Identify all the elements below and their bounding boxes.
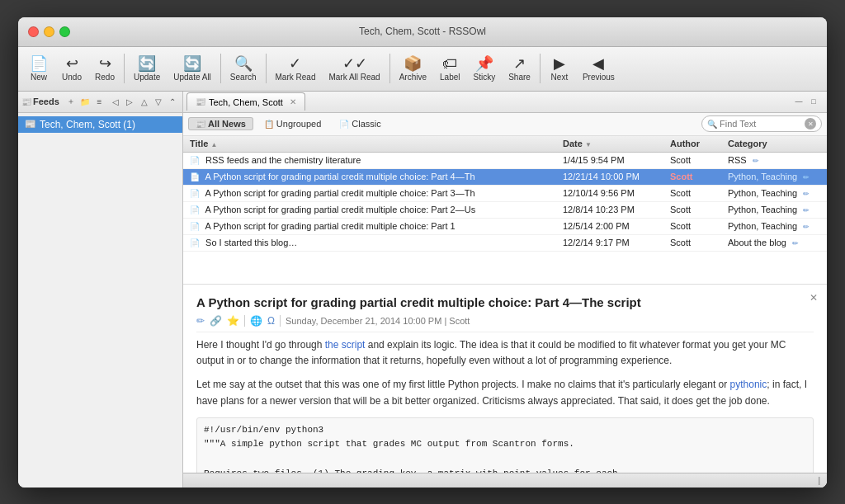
all-news-button[interactable]: 📰 All News (188, 117, 253, 130)
article-row-1[interactable]: 📄 RSS feeds and the chemistry literature… (183, 153, 827, 169)
article-date-4: 12/8/14 10:23 PM (559, 205, 667, 214)
article-date-1: 1/4/15 9:54 PM (559, 155, 667, 165)
new-icon: 📄 (30, 56, 48, 71)
article-category-1: RSS ✏ (725, 155, 824, 165)
close-button[interactable] (28, 26, 39, 37)
mark-read-icon: ✓ (289, 56, 301, 71)
search-box: 🔍 ✕ (701, 115, 822, 132)
sidebar-add-btn[interactable]: ＋ (64, 94, 77, 109)
sidebar-back-btn[interactable]: ◁ (109, 94, 121, 109)
sidebar-down-btn[interactable]: ▽ (152, 94, 164, 109)
all-news-label: All News (208, 119, 246, 129)
preview-edit-btn[interactable]: ✏ (196, 315, 205, 327)
undo-button[interactable]: ↩ Undo (56, 50, 87, 87)
pythonic-link[interactable]: pythonic (730, 379, 767, 390)
mark-read-button[interactable]: ✓ Mark Read (270, 50, 322, 87)
next-icon: ▶ (554, 56, 565, 71)
tab-tech-chem-scott[interactable]: 📰 Tech, Chem, Scott ✕ (186, 92, 305, 111)
preview-globe-btn[interactable]: 🌐 (250, 315, 262, 327)
sidebar-list-btn[interactable]: ≡ (93, 94, 106, 109)
sidebar-collapse-btn[interactable]: ⌃ (167, 94, 179, 109)
main-area: 📰 Feeds ＋ 📁 ≡ ◁ ▷ △ ▽ ⌃ 📰 Tech, Chem, Sc… (18, 92, 827, 488)
edit-icon-1: ✏ (753, 157, 759, 165)
search-label: Search (230, 73, 257, 82)
minimize-button[interactable] (44, 26, 54, 37)
preview-star-btn[interactable]: ⭐ (227, 315, 239, 327)
toolbar: 📄 New ↩ Undo ↪ Redo 🔄 Update 🔄 Update Al… (18, 47, 827, 92)
article-title-6: 📄 So I started this blog… (186, 238, 559, 247)
search-clear-button[interactable]: ✕ (805, 118, 816, 130)
script-link[interactable]: the script (325, 339, 366, 351)
previous-button[interactable]: ◀ Previous (577, 50, 621, 87)
sidebar-forward-btn[interactable]: ▷ (123, 94, 135, 109)
archive-button[interactable]: 📦 Archive (394, 50, 432, 87)
separator-2 (220, 54, 221, 83)
ungrouped-button[interactable]: 📋 Ungrouped (257, 117, 328, 130)
update-all-icon: 🔄 (183, 56, 201, 71)
doc-icon-3: 📄 (190, 189, 200, 198)
classic-button[interactable]: 📄 Classic (332, 117, 388, 130)
new-button[interactable]: 📄 New (23, 50, 54, 87)
article-row-4[interactable]: 📄 A Python script for grading partial cr… (183, 202, 827, 219)
preview-sep-2 (280, 315, 281, 327)
article-row-2[interactable]: 📄 A Python script for grading partial cr… (183, 169, 827, 186)
search-button[interactable]: 🔍 Search (224, 50, 262, 87)
update-all-label: Update All (173, 73, 211, 82)
sidebar-up-btn[interactable]: △ (138, 94, 150, 109)
undo-icon: ↩ (66, 56, 78, 71)
find-text-input[interactable] (720, 119, 802, 129)
preview-meta: Sunday, December 21, 2014 10:00 PM | Sco… (286, 316, 470, 326)
share-button[interactable]: ↗ Share (503, 50, 536, 87)
redo-label: Redo (95, 73, 115, 82)
article-row-6[interactable]: 📄 So I started this blog… 12/2/14 9:17 P… (183, 235, 827, 252)
title-sort-arrow: ▲ (210, 141, 217, 148)
article-row-5[interactable]: 📄 A Python script for grading partial cr… (183, 219, 827, 235)
tab-close-button[interactable]: ✕ (290, 97, 296, 106)
sticky-button[interactable]: 📌 Sticky (468, 50, 502, 87)
article-category-2: Python, Teaching ✏ (725, 172, 824, 181)
preview-para-2: Let me say at the outset that this was o… (196, 377, 814, 408)
col-date-header[interactable]: Date ▼ (559, 139, 667, 148)
label-button[interactable]: 🏷 Label (434, 50, 465, 87)
status-bar: | (183, 473, 827, 488)
update-all-button[interactable]: 🔄 Update All (168, 50, 217, 87)
article-preview: ✕ A Python script for grading partial cr… (183, 285, 827, 473)
all-news-icon: 📰 (196, 120, 205, 129)
article-row-3[interactable]: 📄 A Python script for grading partial cr… (183, 186, 827, 202)
update-button[interactable]: 🔄 Update (128, 50, 166, 87)
article-date-5: 12/5/14 2:00 PM (559, 221, 667, 231)
share-label: Share (508, 73, 531, 82)
sidebar-toolbar: 📰 Feeds ＋ 📁 ≡ ◁ ▷ △ ▽ ⌃ (18, 92, 182, 113)
preview-type-btn[interactable]: Ω (267, 315, 275, 327)
previous-label: Previous (583, 73, 615, 82)
doc-icon-5: 📄 (190, 222, 200, 231)
update-label: Update (134, 73, 160, 82)
sidebar-items: 📰 Tech, Chem, Scott (1) (18, 113, 182, 488)
col-author-header[interactable]: Author (667, 139, 725, 148)
preview-close-button[interactable]: ✕ (807, 291, 820, 304)
tab-minimize-btn[interactable]: — (792, 96, 805, 107)
sidebar-item-tech-chem-scott[interactable]: 📰 Tech, Chem, Scott (1) (18, 116, 182, 133)
mark-all-read-icon: ✓✓ (342, 56, 367, 71)
article-author-2: Scott (667, 172, 725, 181)
col-title-header[interactable]: Title ▲ (186, 139, 559, 148)
sticky-icon: 📌 (475, 56, 493, 71)
previous-icon: ◀ (592, 56, 604, 71)
next-button[interactable]: ▶ Next (544, 50, 575, 87)
sticky-label: Sticky (474, 73, 496, 82)
article-title-4: 📄 A Python script for grading partial cr… (186, 205, 559, 214)
tab-restore-btn[interactable]: □ (807, 96, 820, 107)
preview-link-btn[interactable]: 🔗 (210, 315, 222, 327)
archive-label: Archive (399, 73, 427, 82)
search-icon: 🔍 (234, 56, 253, 71)
maximize-button[interactable] (59, 26, 70, 37)
sidebar-folder-btn[interactable]: 📁 (78, 94, 91, 109)
redo-button[interactable]: ↪ Redo (89, 50, 120, 87)
mark-all-read-button[interactable]: ✓✓ Mark All Read (323, 50, 385, 87)
feeds-icon: 📰 (21, 97, 31, 106)
col-category-header[interactable]: Category (725, 139, 824, 148)
feeds-label: Feeds (33, 97, 59, 106)
article-date-2: 12/21/14 10:00 PM (559, 172, 667, 181)
tab-label: Tech, Chem, Scott (209, 97, 283, 107)
doc-icon-2: 📄 (190, 172, 200, 181)
